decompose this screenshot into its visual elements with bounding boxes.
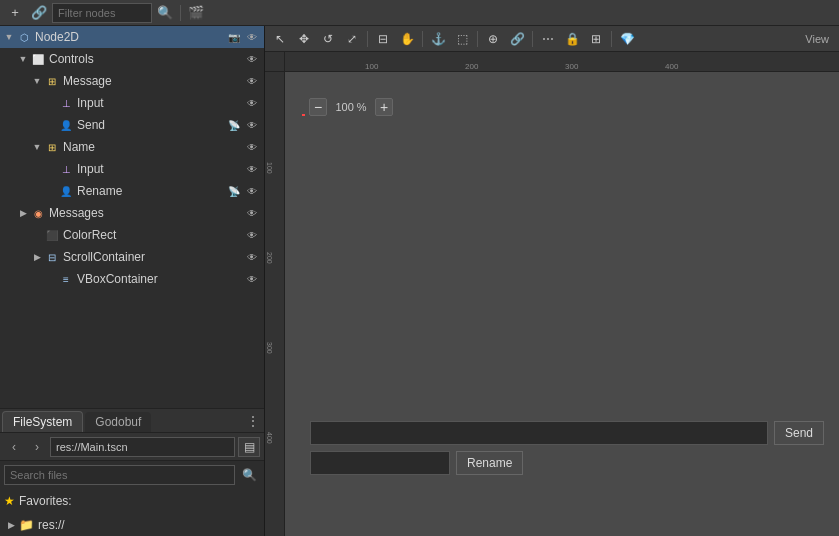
send-button[interactable]: Send	[774, 421, 824, 445]
tree-item-actions: 👁	[244, 51, 260, 67]
collapse-arrow[interactable]: ▼	[2, 32, 16, 42]
visibility-btn[interactable]: 👁	[244, 183, 260, 199]
send-text-input[interactable]	[310, 421, 768, 445]
collapse-arrow[interactable]: ▶	[30, 252, 44, 262]
zoom-in-button[interactable]: +	[375, 98, 393, 116]
visibility-btn[interactable]: 👁	[244, 139, 260, 155]
snap-button[interactable]: ⚓	[427, 28, 449, 50]
ruler-corner	[265, 52, 285, 72]
tree-item[interactable]: ▶ ⊥ Input 👁	[0, 158, 264, 180]
tree-item[interactable]: ▼ ⊞ Message 👁	[0, 70, 264, 92]
tree-item[interactable]: ▶ ◉ Messages 👁	[0, 202, 264, 224]
link-button[interactable]: 🔗	[28, 2, 50, 24]
ruler-tick-300: 300	[565, 62, 578, 71]
group-button[interactable]: ⊞	[585, 28, 607, 50]
tree-item-actions: 👁	[244, 249, 260, 265]
res-root-item[interactable]: ▶ 📁 res://	[0, 514, 264, 536]
bottom-panel-tabs: FileSystem Godobuf ⋮	[0, 408, 264, 432]
scene-tree: ▼ ⬡ Node2D 📷 👁 ▼ ⬜ Controls 👁	[0, 26, 264, 408]
visibility-btn[interactable]: 👁	[244, 205, 260, 221]
gem-button[interactable]: 💎	[616, 28, 638, 50]
tree-item[interactable]: ▼ ⊞ Name 👁	[0, 136, 264, 158]
tree-item[interactable]: ▶ 👤 Rename 📡 👁	[0, 180, 264, 202]
main-area: ▼ ⬡ Node2D 📷 👁 ▼ ⬜ Controls 👁	[0, 26, 839, 536]
tree-item-label: Message	[63, 74, 244, 88]
tree-item[interactable]: ▼ ⬡ Node2D 📷 👁	[0, 26, 264, 48]
horizontal-ruler: 100 200 300 400	[285, 52, 839, 72]
toolbar-sep2	[422, 31, 423, 47]
visibility-btn[interactable]: 👁	[244, 51, 260, 67]
pan-button[interactable]: ✋	[396, 28, 418, 50]
scene-icon-btn[interactable]: 📷	[226, 29, 242, 45]
tab-more-button[interactable]: ⋮	[242, 410, 264, 432]
toolbar-separator	[180, 5, 181, 21]
tree-item[interactable]: ▶ ⊥ Input 👁	[0, 92, 264, 114]
visibility-btn[interactable]: 👁	[244, 227, 260, 243]
signal-btn[interactable]: 📡	[226, 117, 242, 133]
search-files-input[interactable]	[4, 465, 235, 485]
visibility-btn[interactable]: 👁	[244, 73, 260, 89]
visibility-btn[interactable]: 👁	[244, 117, 260, 133]
filter-nodes-input[interactable]	[52, 3, 152, 23]
tree-item-actions: 👁	[244, 271, 260, 287]
message-icon: ⊞	[44, 73, 60, 89]
search-files-button[interactable]: 🔍	[238, 465, 260, 485]
tree-item-actions: 👁	[244, 205, 260, 221]
collapse-arrow[interactable]: ▼	[30, 76, 44, 86]
grid-button[interactable]: ⬚	[451, 28, 473, 50]
collapse-arrow[interactable]: ▶	[16, 208, 30, 218]
signal-btn[interactable]: 📡	[226, 183, 242, 199]
tree-item-actions: 👁	[244, 95, 260, 111]
visibility-btn[interactable]: 👁	[244, 161, 260, 177]
tree-item[interactable]: ▼ ⬜ Controls 👁	[0, 48, 264, 70]
visibility-btn[interactable]: 👁	[244, 249, 260, 265]
lock-button[interactable]: 🔒	[561, 28, 583, 50]
rename-text-input[interactable]	[310, 451, 450, 475]
move-tool-button[interactable]: ✥	[293, 28, 315, 50]
visibility-btn[interactable]: 👁	[244, 29, 260, 45]
left-panel: ▼ ⬡ Node2D 📷 👁 ▼ ⬜ Controls 👁	[0, 26, 265, 536]
ruler-vtick-100: 100	[266, 162, 273, 174]
visibility-btn[interactable]: 👁	[244, 271, 260, 287]
add-node-button[interactable]: +	[4, 2, 26, 24]
search-bar: 🔍	[0, 460, 264, 488]
pivot-button[interactable]: 🔗	[506, 28, 528, 50]
tree-item-label: Input	[77, 162, 244, 176]
zoom-controls: − 100 % +	[309, 98, 393, 116]
viewport-panel: ↖ ✥ ↺ ⤢ ⊟ ✋ ⚓ ⬚ ⊕ 🔗 ⋯ 🔒 ⊞ 💎 View	[265, 26, 839, 536]
anchor-button[interactable]: ⊕	[482, 28, 504, 50]
nav-back-button[interactable]: ‹	[4, 437, 24, 457]
view-label[interactable]: View	[799, 33, 835, 45]
tree-item[interactable]: ▶ ≡ VBoxContainer 👁	[0, 268, 264, 290]
filter-search-icon[interactable]: 🔍	[154, 2, 176, 24]
select-tool-button[interactable]: ↖	[269, 28, 291, 50]
toolbar-sep4	[532, 31, 533, 47]
rotate-tool-button[interactable]: ↺	[317, 28, 339, 50]
favorites-header[interactable]: ★ Favorites:	[4, 490, 260, 512]
layout-button[interactable]: ⊟	[372, 28, 394, 50]
tab-godobuf[interactable]: Godobuf	[85, 412, 151, 432]
canvas-viewport: − 100 % + Send	[285, 72, 839, 536]
collapse-arrow[interactable]: ▼	[30, 142, 44, 152]
tree-item[interactable]: ▶ ⬛ ColorRect 👁	[0, 224, 264, 246]
zoom-out-button[interactable]: −	[309, 98, 327, 116]
tree-item-actions: 📡 👁	[226, 183, 260, 199]
favorites-label: Favorites:	[19, 494, 72, 508]
scene-options-button[interactable]: 🎬	[185, 2, 207, 24]
collapse-arrow[interactable]: ▼	[16, 54, 30, 64]
tab-filesystem[interactable]: FileSystem	[2, 411, 83, 432]
rename-widget-row: Rename	[310, 451, 824, 475]
rename-button[interactable]: Rename	[456, 451, 523, 475]
tree-item[interactable]: ▶ ⊟ ScrollContainer 👁	[0, 246, 264, 268]
nav-forward-button[interactable]: ›	[27, 437, 47, 457]
folder-icon: 📁	[19, 518, 34, 532]
more-button[interactable]: ⋯	[537, 28, 559, 50]
scale-tool-button[interactable]: ⤢	[341, 28, 363, 50]
toolbar-sep1	[367, 31, 368, 47]
visibility-btn[interactable]: 👁	[244, 95, 260, 111]
tree-item[interactable]: ▶ 👤 Send 📡 👁	[0, 114, 264, 136]
tree-item-label: Messages	[49, 206, 244, 220]
ruler-vtick-200: 200	[266, 252, 273, 264]
zoom-level-label: 100 %	[331, 101, 371, 113]
folder-view-button[interactable]: ▤	[238, 437, 260, 457]
